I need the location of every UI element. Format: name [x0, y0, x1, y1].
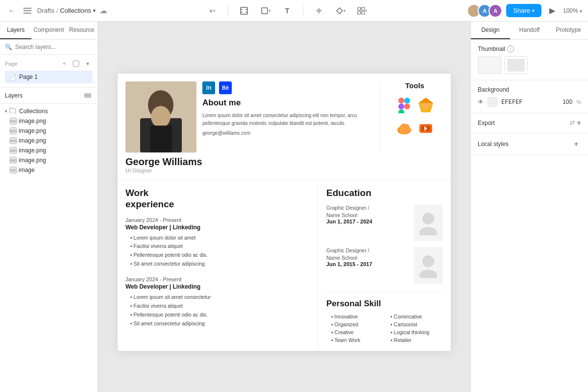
color-hex[interactable]: EFEFEF [501, 98, 559, 105]
layer-item-collections[interactable]: ▾ Collections [0, 106, 98, 116]
layer-label-1: image.png [19, 118, 46, 124]
profile-name-area: George Williams UI Disigner [118, 152, 451, 179]
svg-rect-9 [358, 7, 361, 10]
layer-item-4[interactable]: IMG image.png [0, 146, 98, 155]
edu-degree-1: Graphic Designer /Name School [326, 204, 372, 219]
layer-item-2[interactable]: IMG image.png [0, 126, 98, 136]
resume-body: Workexperience January 2024 - Present We… [118, 179, 451, 351]
local-styles-add-icon[interactable]: + [571, 139, 581, 149]
about-text: Lorem ipsum dolor sit amet consectetur a… [202, 112, 373, 127]
tools-grid [396, 97, 434, 139]
page-header: Page + ▾ [5, 59, 93, 69]
image-layer-icon-2: IMG [10, 127, 17, 134]
svg-rect-15 [73, 61, 79, 67]
layers-section: Layers [0, 88, 98, 104]
thumbnail-header: Thumbnail i [478, 46, 581, 52]
search-input[interactable] [15, 44, 93, 50]
work-section: Workexperience January 2024 - Present We… [118, 180, 318, 351]
tab-handoff[interactable]: Handoff [510, 22, 549, 39]
resume-header: in Bē About me Lorem ipsum dolor sit ame… [118, 74, 451, 152]
svg-point-22 [151, 106, 171, 127]
svg-point-39 [422, 255, 434, 267]
tab-layers[interactable]: Layers [0, 22, 31, 39]
edu-avatar-1 [414, 204, 443, 241]
zoom-indicator[interactable]: 100% ▾ [563, 7, 582, 14]
image-layer-icon-4: IMG [10, 147, 17, 154]
frame-tool-button[interactable] [236, 3, 252, 19]
image-layer-icon-1: IMG [10, 118, 17, 124]
svg-point-38 [419, 227, 437, 235]
layer-item-5[interactable]: IMG image.png [0, 155, 98, 165]
thumbnail-preview [478, 56, 581, 74]
tool-icon-4 [417, 120, 434, 139]
tab-resource[interactable]: Resource [66, 22, 98, 39]
edu-date-2: Jun 1, 2015 - 2017 [326, 262, 372, 268]
canvas-content: in Bē About me Lorem ipsum dolor sit ame… [118, 74, 451, 351]
visibility-icon[interactable]: 👁 [478, 98, 484, 105]
layer-item-6[interactable]: IMG image [0, 165, 98, 175]
page-section: Page + ▾ 📄 Page 1 [0, 55, 98, 88]
export-add-icon[interactable]: + [577, 119, 581, 127]
edu-degree-2: Graphic Designer /Name School [326, 247, 372, 261]
breadcrumb-current[interactable]: Collections ▾ [60, 7, 96, 14]
skills-section: Personal Skill • Innovative • Comincativ… [326, 292, 443, 343]
thumbnail-label: Thumbnail [478, 46, 505, 52]
thumbnail-section: Thumbnail i [471, 40, 588, 80]
thumbnail-info-icon[interactable]: i [507, 46, 514, 52]
page-chevron-button[interactable]: ▾ [83, 59, 93, 69]
sketch-icon [417, 97, 434, 115]
edu-entry-2: Graphic Designer /Name School Jun 1, 201… [326, 247, 443, 284]
breadcrumb-drafts[interactable]: Drafts [37, 7, 54, 14]
page-item[interactable]: 📄 Page 1 [5, 71, 93, 83]
export-settings-icon[interactable]: ⇄ [570, 119, 575, 127]
menu-button[interactable] [22, 5, 33, 17]
social-row: in Bē [202, 81, 373, 94]
add-tool-group: + ▾ [204, 3, 220, 19]
skill-creative: • Creative [326, 329, 384, 335]
add-button[interactable]: + ▾ [204, 3, 220, 19]
main-layout: Layers Component Resource 🔍 Page + [0, 22, 588, 392]
work-list-1: • Lorem ipsum dolor sit amet • Facilisi … [125, 234, 310, 269]
layer-item-1[interactable]: IMG image.png [0, 116, 98, 126]
background-section: Background 👁 EFEFEF 100 % [471, 80, 588, 113]
component-tool-button[interactable]: ▾ [333, 3, 348, 19]
export-header: Export ⇄ + [478, 119, 581, 127]
collapse-layers-button[interactable] [83, 91, 93, 100]
grid-tool-button[interactable]: ▾ [354, 3, 370, 19]
shape-tool-button[interactable]: ▾ [258, 3, 273, 19]
svg-rect-1 [24, 10, 31, 11]
layer-label-6: image [19, 167, 35, 173]
cloud-icon[interactable]: ☁ [99, 6, 107, 15]
linkedin-icon: in [202, 81, 215, 94]
local-styles-header: Local styles + [478, 139, 581, 149]
search-icon: 🔍 [5, 44, 12, 50]
education-title: Education [326, 188, 443, 198]
tab-design[interactable]: Design [471, 22, 510, 39]
add-page-button[interactable]: + [59, 59, 69, 69]
image-layer-icon-6: IMG [10, 167, 17, 173]
move-tool-button[interactable]: ✛ [311, 3, 327, 19]
tab-prototype[interactable]: Prototype [549, 22, 588, 39]
topbar-left: ← Drafts / Collections ▾ ☁ [6, 5, 107, 17]
svg-rect-26 [398, 103, 404, 109]
local-styles-section: Local styles + [471, 133, 588, 155]
play-button[interactable]: ▶ [545, 4, 559, 18]
layers-actions [83, 91, 93, 100]
text-tool-button[interactable]: T [279, 3, 295, 19]
about-area: in Bē About me Lorem ipsum dolor sit ame… [202, 81, 373, 152]
share-button[interactable]: Share ▾ [506, 4, 541, 17]
page-options-button[interactable] [71, 59, 81, 69]
opacity-value[interactable]: 100 [563, 98, 572, 105]
back-button[interactable]: ← [6, 5, 18, 17]
svg-point-28 [404, 103, 410, 109]
tab-component[interactable]: Component [31, 22, 66, 39]
tool-divider-1 [228, 6, 228, 16]
layer-label-4: image.png [19, 147, 46, 154]
svg-rect-23 [150, 125, 172, 152]
topbar-right: A A Share ▾ ▶ 100% ▾ [467, 4, 582, 18]
layer-label-collections: Collections [19, 108, 48, 115]
layer-item-3[interactable]: IMG image.png [0, 136, 98, 146]
svg-rect-0 [24, 8, 31, 9]
color-swatch[interactable] [488, 97, 497, 107]
layer-tree: ▾ Collections IMG image.png IMG image.pn… [0, 104, 98, 392]
